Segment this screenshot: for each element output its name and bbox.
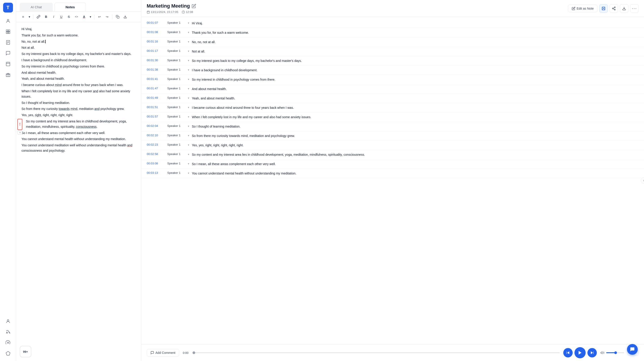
chevron-14[interactable]: ▾ bbox=[188, 143, 189, 147]
timestamp-8[interactable]: 00:01:47 bbox=[147, 87, 164, 90]
toolbar-text-color-button[interactable]: A bbox=[81, 13, 88, 20]
editor-content[interactable]: Hi Viraj. Thank you for, for such a warm… bbox=[16, 22, 141, 361]
svg-marker-34 bbox=[579, 351, 582, 355]
sidebar-item-translate[interactable] bbox=[3, 327, 13, 337]
transcript-row-5: 00:01:30 Speaker 1 ▾ So my interest goes… bbox=[141, 56, 644, 66]
chat-fab-button[interactable] bbox=[627, 344, 638, 355]
sidebar-item-diamond[interactable] bbox=[3, 349, 13, 358]
speaker-11: Speaker 1 bbox=[167, 115, 185, 118]
timestamp-11[interactable]: 00:01:57 bbox=[147, 115, 164, 118]
transcript-row-7: 00:01:41 Speaker 1 ▾ So my interest in c… bbox=[141, 75, 644, 84]
timestamp-17[interactable]: 00:03:13 bbox=[147, 171, 164, 174]
chevron-7[interactable]: ▾ bbox=[188, 78, 189, 81]
timestamp-12[interactable]: 00:02:04 bbox=[147, 124, 164, 128]
chevron-13[interactable]: ▾ bbox=[188, 134, 189, 137]
svg-line-30 bbox=[613, 7, 614, 8]
speaker-13: Speaker 1 bbox=[167, 134, 185, 137]
svg-rect-17 bbox=[117, 16, 119, 18]
chevron-4[interactable]: ▾ bbox=[188, 50, 189, 53]
speaker-17: Speaker 1 bbox=[167, 171, 185, 174]
timestamp-5[interactable]: 00:01:30 bbox=[147, 58, 164, 62]
progress-bar[interactable] bbox=[192, 352, 560, 353]
toolbar-link-button[interactable] bbox=[35, 13, 42, 20]
timestamp-13[interactable]: 00:02:10 bbox=[147, 134, 164, 137]
toolbar-download-button[interactable] bbox=[122, 13, 128, 20]
transcript-text-10: I became curious about mind around three… bbox=[192, 105, 639, 110]
chevron-2[interactable]: ▾ bbox=[188, 31, 189, 34]
sidebar-item-calendar[interactable] bbox=[3, 59, 13, 69]
toolbar-copy-button[interactable] bbox=[114, 13, 121, 20]
timestamp-4[interactable]: 00:01:17 bbox=[147, 49, 164, 52]
tab-ai-chat[interactable]: AI Chat bbox=[20, 3, 53, 11]
svg-point-26 bbox=[614, 7, 616, 8]
chevron-3[interactable]: ▾ bbox=[188, 40, 189, 43]
app-logo[interactable]: T bbox=[3, 3, 13, 12]
toolbar-redo-button[interactable]: ↪ bbox=[104, 13, 110, 20]
toolbar-italic-button[interactable]: I bbox=[50, 13, 57, 20]
speaker-6: Speaker 1 bbox=[167, 68, 185, 71]
editor-line-17: You cannot understand mental health with… bbox=[22, 136, 136, 142]
chevron-9[interactable]: ▾ bbox=[188, 96, 189, 100]
toolbar-underline-button[interactable]: U bbox=[58, 13, 64, 20]
editor-line-3: No, no, not at all. bbox=[22, 39, 136, 44]
speaker-12: Speaker 1 bbox=[167, 124, 185, 128]
sidebar-item-gift[interactable] bbox=[3, 70, 13, 79]
download-button[interactable] bbox=[620, 4, 628, 13]
chevron-8[interactable]: ▾ bbox=[188, 87, 189, 90]
edit-title-icon[interactable] bbox=[192, 4, 196, 8]
toolbar-undo-button[interactable]: ↩ bbox=[96, 13, 103, 20]
save-button[interactable] bbox=[599, 4, 608, 13]
chevron-11[interactable]: ▾ bbox=[188, 115, 189, 118]
timestamp-1[interactable]: 00:01:07 bbox=[147, 21, 164, 24]
next-button[interactable] bbox=[588, 348, 597, 358]
chevron-17[interactable]: ▾ bbox=[188, 172, 189, 175]
volume-slider[interactable] bbox=[606, 352, 624, 353]
timestamp-15[interactable]: 00:02:58 bbox=[147, 152, 164, 156]
play-button[interactable] bbox=[574, 347, 586, 358]
sidebar-item-tool[interactable] bbox=[3, 338, 13, 348]
timestamp-6[interactable]: 00:01:38 bbox=[147, 68, 164, 71]
chevron-16[interactable]: ▾ bbox=[188, 162, 189, 165]
svg-rect-9 bbox=[6, 62, 10, 66]
edit-as-note-button[interactable]: Edit as Note bbox=[568, 5, 598, 12]
more-button[interactable]: ··· bbox=[630, 4, 639, 13]
sidebar-item-grid[interactable] bbox=[3, 27, 13, 37]
sidebar-item-chat[interactable] bbox=[3, 48, 13, 58]
timestamp-10[interactable]: 00:01:51 bbox=[147, 105, 164, 109]
timestamp-3[interactable]: 00:01:16 bbox=[147, 40, 164, 43]
notification-badge[interactable]: 99+ bbox=[20, 346, 31, 358]
editor-line-10: I became curious about mind around three… bbox=[22, 82, 136, 88]
editor-line-5: So my interest goes back to my college d… bbox=[22, 51, 136, 57]
toolbar-bold-button[interactable]: B bbox=[43, 13, 50, 20]
timestamp-14[interactable]: 00:02:23 bbox=[147, 143, 164, 146]
timestamp-2[interactable]: 00:01:08 bbox=[147, 30, 164, 34]
timestamp-16[interactable]: 00:03:08 bbox=[147, 162, 164, 165]
toolbar-code-button[interactable]: <> bbox=[73, 13, 80, 20]
timestamp-7[interactable]: 00:01:41 bbox=[147, 77, 164, 81]
svg-point-28 bbox=[614, 9, 616, 10]
speaker-8: Speaker 1 bbox=[167, 87, 185, 90]
transcript-row-3: 00:01:16 Speaker 1 ▾ No, no, not at all. bbox=[141, 37, 644, 47]
chevron-12[interactable]: ▾ bbox=[188, 125, 189, 128]
chevron-6[interactable]: ▾ bbox=[188, 68, 189, 71]
timestamp-9[interactable]: 00:01:49 bbox=[147, 96, 164, 99]
sidebar-item-user2[interactable] bbox=[3, 316, 13, 326]
transcript-row-4: 00:01:17 Speaker 1 ▾ Not at all. bbox=[141, 47, 644, 56]
toolbar-text-color-dropdown-button[interactable]: ▾ bbox=[88, 13, 92, 20]
toolbar-align-button[interactable]: ≡ bbox=[20, 13, 26, 20]
sidebar-item-document[interactable] bbox=[3, 37, 13, 47]
share-button[interactable] bbox=[610, 4, 618, 13]
chevron-10[interactable]: ▾ bbox=[188, 106, 189, 109]
add-comment-button[interactable]: Add Comment bbox=[147, 349, 179, 357]
sidebar-item-people[interactable] bbox=[3, 16, 13, 26]
tab-notes[interactable]: Notes bbox=[54, 3, 86, 11]
transcript-row-15: 00:02:58 Speaker 1 ▾ So my content and m… bbox=[141, 150, 644, 159]
chevron-15[interactable]: ▾ bbox=[188, 153, 189, 156]
toolbar-align-dropdown-button[interactable]: ▾ bbox=[27, 13, 31, 20]
clock-icon bbox=[182, 10, 185, 14]
chevron-5[interactable]: ▾ bbox=[188, 59, 189, 62]
toolbar-strike-button[interactable]: S bbox=[66, 13, 72, 20]
chevron-1[interactable]: ▾ bbox=[188, 21, 189, 24]
prev-button[interactable] bbox=[563, 348, 573, 358]
play-icon bbox=[578, 350, 582, 355]
